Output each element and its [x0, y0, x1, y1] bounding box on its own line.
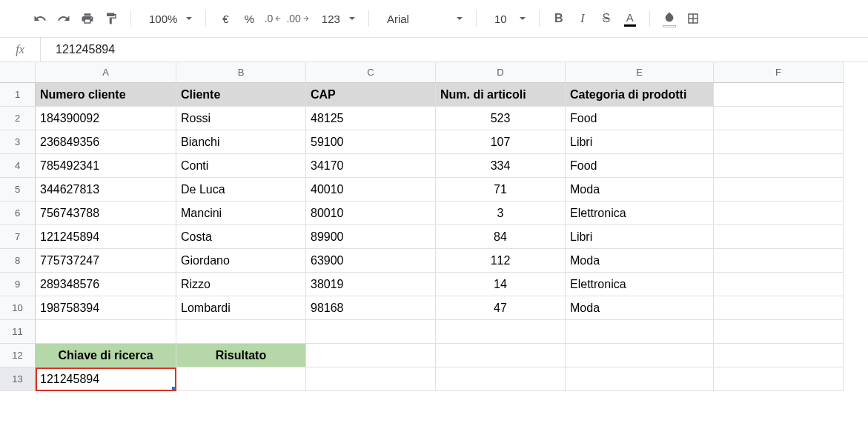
cell[interactable]: 107	[436, 130, 566, 154]
cell[interactable]: Rossi	[176, 107, 306, 130]
bold-button[interactable]: B	[549, 8, 569, 29]
strikethrough-button[interactable]: S	[596, 8, 617, 29]
undo-button[interactable]	[30, 8, 50, 29]
cell-search-key-header[interactable]: Chiave di ricerca	[36, 344, 176, 367]
cell[interactable]	[566, 320, 714, 344]
row-header[interactable]: 6	[0, 202, 36, 225]
row-header[interactable]: 2	[0, 107, 36, 130]
cell[interactable]	[436, 320, 566, 344]
cell-a13-selected[interactable]: 121245894	[36, 367, 176, 391]
row-header[interactable]: 10	[0, 296, 36, 320]
column-header-b[interactable]: B	[176, 62, 306, 83]
cell[interactable]: 59100	[306, 130, 436, 154]
cell[interactable]: 47	[436, 296, 566, 320]
cell[interactable]	[714, 154, 844, 178]
cell[interactable]: Rizzo	[176, 273, 306, 296]
cell[interactable]: Moda	[566, 296, 714, 320]
cell[interactable]: 89900	[306, 225, 436, 249]
cell[interactable]: Moda	[566, 178, 714, 202]
cell[interactable]: 34170	[306, 154, 436, 178]
row-header[interactable]: 7	[0, 225, 36, 249]
cell[interactable]: Mancini	[176, 202, 306, 225]
cell-result-header[interactable]: Risultato	[176, 344, 306, 367]
row-header[interactable]: 9	[0, 273, 36, 296]
cell[interactable]	[714, 107, 844, 130]
redo-button[interactable]	[53, 8, 74, 29]
text-color-button[interactable]: A	[620, 8, 640, 29]
cell[interactable]	[176, 320, 306, 344]
cell[interactable]	[566, 344, 714, 367]
cell[interactable]	[714, 367, 844, 391]
cell[interactable]	[714, 320, 844, 344]
cell[interactable]: 84	[436, 225, 566, 249]
cell[interactable]: 63900	[306, 249, 436, 273]
cell-a1[interactable]: Numero cliente	[36, 83, 176, 107]
font-size-dropdown[interactable]: 10	[486, 8, 530, 29]
cell[interactable]: 334	[436, 154, 566, 178]
cell[interactable]: 80010	[306, 202, 436, 225]
increase-decimal-button[interactable]: .00	[286, 8, 309, 29]
cell[interactable]: De Luca	[176, 178, 306, 202]
cell[interactable]: Elettronica	[566, 273, 714, 296]
cell[interactable]: Conti	[176, 154, 306, 178]
decrease-decimal-button[interactable]: .0	[262, 8, 283, 29]
cell[interactable]: Elettronica	[566, 202, 714, 225]
cell[interactable]	[714, 178, 844, 202]
cell-f1[interactable]	[714, 83, 844, 107]
cell[interactable]: 236849356	[36, 130, 176, 154]
number-format-dropdown[interactable]: 123	[313, 8, 360, 29]
cell[interactable]: 71	[436, 178, 566, 202]
select-all-corner[interactable]	[0, 62, 36, 83]
column-header-f[interactable]: F	[714, 62, 844, 83]
cell[interactable]: 40010	[306, 178, 436, 202]
row-header[interactable]: 4	[0, 154, 36, 178]
cell[interactable]: Libri	[566, 130, 714, 154]
cell[interactable]: 775737247	[36, 249, 176, 273]
cell[interactable]	[566, 367, 714, 391]
cell[interactable]	[436, 367, 566, 391]
cell[interactable]: Costa	[176, 225, 306, 249]
font-family-dropdown[interactable]: Arial	[378, 8, 467, 29]
cell[interactable]	[714, 202, 844, 225]
cell[interactable]: Food	[566, 107, 714, 130]
cell-c1[interactable]: CAP	[306, 83, 436, 107]
row-header[interactable]: 1	[0, 83, 36, 107]
cell[interactable]: 344627813	[36, 178, 176, 202]
fill-color-button[interactable]	[659, 8, 680, 29]
row-header[interactable]: 11	[0, 320, 36, 344]
paint-format-button[interactable]	[101, 8, 122, 29]
cell[interactable]: 756743788	[36, 202, 176, 225]
italic-button[interactable]: I	[572, 8, 593, 29]
cell[interactable]: 48125	[306, 107, 436, 130]
cell[interactable]	[176, 367, 306, 391]
cell-d1[interactable]: Num. di articoli	[436, 83, 566, 107]
percent-format-button[interactable]: %	[239, 8, 259, 29]
cell[interactable]: 38019	[306, 273, 436, 296]
cell[interactable]: Bianchi	[176, 130, 306, 154]
column-header-c[interactable]: C	[306, 62, 436, 83]
cell[interactable]	[714, 344, 844, 367]
zoom-dropdown[interactable]: 100%	[140, 8, 196, 29]
borders-button[interactable]	[683, 8, 703, 29]
row-header[interactable]: 12	[0, 344, 36, 367]
column-header-d[interactable]: D	[436, 62, 566, 83]
cell[interactable]: Moda	[566, 249, 714, 273]
cell[interactable]: 184390092	[36, 107, 176, 130]
print-button[interactable]	[77, 8, 98, 29]
cell[interactable]	[714, 130, 844, 154]
cell[interactable]: 198758394	[36, 296, 176, 320]
cell[interactable]: 98168	[306, 296, 436, 320]
cell[interactable]: 112	[436, 249, 566, 273]
row-header[interactable]: 8	[0, 249, 36, 273]
row-header[interactable]: 3	[0, 130, 36, 154]
currency-format-button[interactable]: €	[215, 8, 236, 29]
cell[interactable]: 14	[436, 273, 566, 296]
cell[interactable]	[714, 249, 844, 273]
cell[interactable]	[714, 273, 844, 296]
formula-input[interactable]	[41, 38, 868, 61]
cell[interactable]: Giordano	[176, 249, 306, 273]
cell[interactable]: 3	[436, 202, 566, 225]
cell[interactable]: Lombardi	[176, 296, 306, 320]
cell[interactable]	[306, 367, 436, 391]
cell[interactable]	[36, 320, 176, 344]
